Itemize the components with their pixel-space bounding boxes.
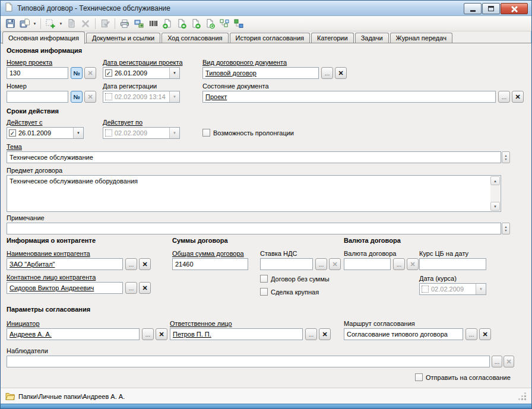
send-to-approval-checkbox[interactable]: Отправить на согласование: [415, 373, 511, 381]
reg-date-picker[interactable]: 02.02.2009 13:14 ▼: [103, 91, 180, 103]
prolongation-checkbox-box[interactable]: [202, 129, 210, 137]
doc-state-browse-button[interactable]: ...: [498, 91, 510, 103]
project-reg-date-picker[interactable]: ✓ 26.01.2009 ▼: [103, 67, 180, 79]
responsible-clear-button[interactable]: ✕: [319, 328, 331, 340]
route-browse-button[interactable]: ...: [466, 328, 477, 340]
valid-to-dropdown[interactable]: ▼: [169, 128, 179, 138]
vat-rate-field[interactable]: [260, 258, 313, 270]
barcode-button[interactable]: [146, 17, 160, 30]
number-assign-button[interactable]: №: [71, 91, 83, 103]
reg-date-dropdown[interactable]: ▼: [169, 91, 179, 102]
receive-document-button[interactable]: [160, 17, 175, 30]
export-button[interactable]: [132, 17, 146, 30]
tab-tasks[interactable]: Задачи: [355, 33, 389, 43]
valid-to-checkbox[interactable]: [105, 129, 112, 137]
resize-grip[interactable]: [518, 392, 527, 401]
tab-approval-progress[interactable]: Ход согласования: [162, 33, 228, 43]
rate-date-picker[interactable]: 02.02.2009 ▼: [419, 283, 486, 295]
observers-clear-button[interactable]: ✕: [504, 356, 514, 367]
edit-button[interactable]: [64, 17, 78, 30]
tab-main-info[interactable]: Основная информация: [2, 31, 85, 44]
tab-transfer-log[interactable]: Журнал передач: [390, 33, 452, 43]
print-button[interactable]: [118, 17, 132, 30]
prolongation-checkbox[interactable]: Возможность пролонгации: [202, 129, 294, 137]
big-deal-checkbox[interactable]: Сделка крупная: [260, 288, 319, 296]
project-number-field[interactable]: 130: [7, 67, 68, 79]
structure-icon: [219, 18, 230, 29]
valid-from-dropdown[interactable]: ▼: [73, 128, 83, 138]
save-as-dropdown[interactable]: ▼: [31, 17, 38, 30]
route-field[interactable]: Согласование типового договора: [344, 328, 463, 340]
maximize-button[interactable]: [482, 3, 500, 14]
total-sum-field[interactable]: 21460: [172, 258, 248, 270]
no-sum-checkbox-box[interactable]: [260, 275, 268, 283]
send-to-approval-checkbox-box[interactable]: [415, 373, 423, 381]
observers-field[interactable]: [7, 356, 490, 367]
tab-categories[interactable]: Категории: [311, 33, 354, 43]
save-as-button[interactable]: [17, 17, 31, 30]
contractor-name-browse-button[interactable]: ...: [125, 258, 137, 270]
responsible-browse-button[interactable]: ...: [305, 328, 317, 340]
project-reg-date-dropdown[interactable]: ▼: [169, 68, 179, 78]
observers-browse-button[interactable]: ...: [492, 356, 502, 367]
tab-documents-links[interactable]: Документы и ссылки: [86, 33, 160, 43]
rate-date-dropdown[interactable]: ▼: [476, 284, 486, 294]
doc-kind-browse-button[interactable]: ...: [321, 67, 333, 79]
subject-field[interactable]: Техническое обслуживание: [7, 151, 501, 163]
contract-currency-clear-button[interactable]: ✕: [407, 258, 419, 270]
project-number-clear-button[interactable]: ✕: [84, 67, 96, 79]
vat-rate-clear-button[interactable]: ✕: [329, 258, 341, 270]
project-number-assign-button[interactable]: №: [71, 67, 83, 79]
tree-button[interactable]: [232, 17, 246, 30]
number-clear-button[interactable]: ✕: [84, 91, 96, 103]
cb-rate-field[interactable]: [419, 258, 486, 270]
delete-button[interactable]: [78, 17, 93, 30]
note-spinner[interactable]: ▲▼: [502, 223, 510, 234]
contractor-contact-field[interactable]: Сидоров Виктор Андреевич: [7, 282, 123, 294]
initiator-field[interactable]: Андреев А. А.: [7, 328, 140, 340]
no-sum-checkbox[interactable]: Договор без суммы: [260, 275, 330, 283]
contractor-contact-clear-button[interactable]: ✕: [139, 282, 151, 294]
refresh-document-button[interactable]: [203, 17, 217, 30]
send-document-button[interactable]: [175, 17, 189, 30]
number-field[interactable]: [7, 91, 68, 103]
tab-approval-history[interactable]: История согласования: [230, 33, 311, 43]
forward-document-button[interactable]: [189, 17, 203, 30]
new-item-button[interactable]: [43, 17, 58, 30]
scroll-down-button[interactable]: ▼: [490, 202, 500, 211]
doc-state-field[interactable]: Проект: [202, 91, 496, 103]
valid-from-picker[interactable]: ✓ 26.01.2009 ▼: [7, 127, 84, 139]
check-document-button[interactable]: [98, 17, 112, 30]
minimize-button[interactable]: [464, 3, 482, 14]
route-clear-button[interactable]: ✕: [479, 328, 491, 340]
responsible-field[interactable]: Петров П. П.: [170, 328, 303, 340]
contractor-name-clear-button[interactable]: ✕: [139, 258, 151, 270]
valid-to-picker[interactable]: 02.02.2009 ▼: [103, 127, 180, 139]
contractor-contact-browse-button[interactable]: ...: [125, 282, 137, 294]
scroll-up-button[interactable]: ▲: [490, 176, 500, 185]
note-field[interactable]: [7, 223, 501, 234]
doc-kind-field[interactable]: Типовой договор: [202, 67, 319, 79]
valid-from-checkbox[interactable]: ✓: [9, 129, 16, 137]
doc-state-clear-button[interactable]: ✕: [512, 91, 524, 103]
project-reg-date-checkbox[interactable]: ✓: [105, 69, 112, 77]
initiator-browse-button[interactable]: ...: [142, 328, 154, 340]
reg-date-checkbox[interactable]: [105, 93, 112, 100]
save-button[interactable]: [3, 17, 17, 30]
initiator-clear-button[interactable]: ✕: [156, 328, 167, 340]
doc-kind-clear-button[interactable]: ✕: [335, 67, 347, 79]
close-button[interactable]: [501, 3, 528, 14]
rate-date-value: 02.02.2009: [431, 286, 464, 293]
contract-subject-textarea[interactable]: Техническое обслуживание оборудования ▲ …: [7, 175, 501, 212]
contract-currency-browse-button[interactable]: ...: [393, 258, 405, 270]
contract-subject-scrollbar[interactable]: ▲ ▼: [490, 176, 500, 211]
structure-button[interactable]: [217, 17, 232, 30]
contractor-name-field[interactable]: ЗАО "Арбитал": [7, 258, 123, 270]
vat-rate-browse-button[interactable]: ...: [315, 258, 327, 270]
toolbar-separator: [115, 18, 115, 29]
big-deal-checkbox-box[interactable]: [260, 288, 268, 296]
rate-date-checkbox[interactable]: [422, 286, 429, 293]
contract-currency-field[interactable]: [344, 258, 391, 270]
new-item-dropdown[interactable]: ▼: [58, 17, 64, 30]
subject-spinner[interactable]: ▲▼: [502, 151, 510, 163]
